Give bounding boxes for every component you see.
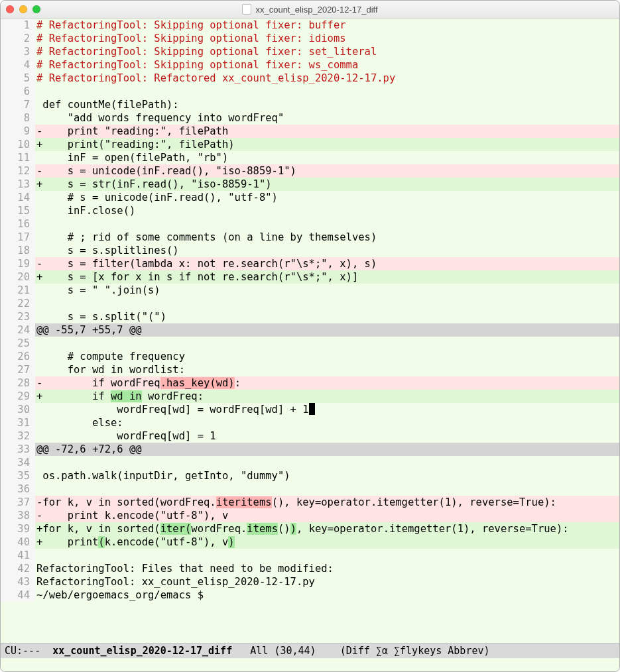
zoom-icon[interactable]: [32, 5, 40, 13]
code-text: +for k, v in sorted(iter(wordFreq.items(…: [35, 522, 619, 535]
code-line: 16: [1, 217, 619, 231]
code-text: - s = filter(lambda x: not re.search(r"\…: [35, 257, 619, 270]
code-line: 40+ print(k.encode("utf-8"), v): [1, 535, 619, 549]
code-line: 42RefactoringTool: Files that need to be…: [1, 562, 619, 575]
code-line: 4# RefactoringTool: Skipping optional fi…: [1, 58, 619, 72]
code-line: 30 wordFreq[wd] = wordFreq[wd] + 1: [1, 403, 619, 416]
code-text: # compute frequency: [35, 350, 619, 363]
code-text: - print "reading:", filePath: [35, 125, 619, 138]
code-line: 5# RefactoringTool: Refactored xx_count_…: [1, 72, 619, 85]
titlebar: xx_count_elisp_2020-12-17_diff: [1, 1, 619, 19]
text-cursor: [309, 403, 315, 415]
code-text: + print(k.encode("utf-8"), v): [35, 535, 619, 549]
line-number: 31: [1, 416, 35, 429]
code-line: 39+for k, v in sorted(iter(wordFreq.item…: [1, 522, 619, 535]
code-line: 41: [1, 549, 619, 562]
code-text: RefactoringTool: xx_count_elisp_2020-12-…: [35, 575, 619, 588]
code-line: 8 "add words frequency into wordFreq": [1, 111, 619, 125]
line-number: 8: [1, 111, 35, 125]
code-text: inF = open(filePath, "rb"): [35, 151, 619, 164]
editor-window: xx_count_elisp_2020-12-17_diff 1# Refact…: [0, 0, 620, 672]
line-number: 17: [1, 231, 35, 244]
code-line: 33@@ -72,6 +72,6 @@: [1, 443, 619, 456]
line-number: 38: [1, 509, 35, 522]
line-number: 9: [1, 125, 35, 138]
line-number: 10: [1, 138, 35, 151]
code-line: 25: [1, 337, 619, 350]
code-line: 31 else:: [1, 416, 619, 429]
line-number: 14: [1, 191, 35, 204]
line-number: 36: [1, 482, 35, 496]
modeline: CU:--- xx_count_elisp_2020-12-17_diff Al…: [1, 643, 619, 658]
modeline-status: CU:---: [5, 645, 52, 657]
code-line: 43RefactoringTool: xx_count_elisp_2020-1…: [1, 575, 619, 588]
code-line: 13+ s = str(inF.read(), "iso-8859-1"): [1, 178, 619, 191]
code-text: @@ -72,6 +72,6 @@: [35, 443, 619, 456]
code-line: 23 s = s.split("("): [1, 310, 619, 323]
line-number: 13: [1, 178, 35, 191]
code-text: # RefactoringTool: Skipping optional fix…: [35, 45, 619, 58]
code-text: # ; rid of some comments (on a line by t…: [35, 231, 619, 244]
code-text: -for k, v in sorted(wordFreq.iteritems()…: [35, 496, 619, 509]
line-number: 4: [1, 58, 35, 72]
code-line: 22: [1, 297, 619, 310]
line-number: 11: [1, 151, 35, 164]
text-buffer[interactable]: 1# RefactoringTool: Skipping optional fi…: [1, 19, 619, 643]
line-number: 21: [1, 284, 35, 297]
code-line: 14 # s = unicode(inF.read(), "utf-8"): [1, 191, 619, 204]
line-number: 26: [1, 350, 35, 363]
code-line: 2# RefactoringTool: Skipping optional fi…: [1, 32, 619, 45]
code-text: [35, 217, 619, 231]
line-number: 35: [1, 469, 35, 482]
code-line: 17 # ; rid of some comments (on a line b…: [1, 231, 619, 244]
code-line: 18 s = s.splitlines(): [1, 244, 619, 257]
line-number: 7: [1, 98, 35, 111]
code-line: 7 def countMe(filePath):: [1, 98, 619, 111]
window-title-text: xx_count_elisp_2020-12-17_diff: [255, 5, 377, 15]
line-number: 34: [1, 456, 35, 469]
code-text: # RefactoringTool: Skipping optional fix…: [35, 19, 619, 32]
code-line: 29+ if wd in wordFreq:: [1, 390, 619, 403]
code-line: 12- s = unicode(inF.read(), "iso-8859-1"…: [1, 164, 619, 178]
line-number: 40: [1, 535, 35, 549]
code-text: wordFreq[wd] = 1: [35, 429, 619, 443]
line-number: 2: [1, 32, 35, 45]
line-number: 3: [1, 45, 35, 58]
code-text: + s = str(inF.read(), "iso-8859-1"): [35, 178, 619, 191]
line-number: 27: [1, 363, 35, 376]
code-text: - s = unicode(inF.read(), "iso-8859-1"): [35, 164, 619, 178]
line-number: 29: [1, 390, 35, 403]
code-line: 36: [1, 482, 619, 496]
code-text: inF.close(): [35, 204, 619, 217]
code-text: [35, 85, 619, 98]
line-number: 15: [1, 204, 35, 217]
code-text: for wd in wordlist:: [35, 363, 619, 376]
code-text: ~/web/ergoemacs_org/emacs $: [35, 588, 619, 602]
line-number: 44: [1, 588, 35, 602]
modeline-modes: (Diff ∑α ∑flykeys Abbrev): [340, 645, 490, 657]
close-icon[interactable]: [6, 5, 14, 13]
line-number: 42: [1, 562, 35, 575]
line-number: 41: [1, 549, 35, 562]
code-text: [35, 549, 619, 562]
code-line: 24@@ -55,7 +55,7 @@: [1, 323, 619, 337]
code-text: s = s.splitlines(): [35, 244, 619, 257]
code-text: s = " ".join(s): [35, 284, 619, 297]
minibuffer[interactable]: [1, 658, 619, 671]
line-number: 18: [1, 244, 35, 257]
minimize-icon[interactable]: [19, 5, 27, 13]
code-text: @@ -55,7 +55,7 @@: [35, 323, 619, 337]
modeline-buffer-name: xx_count_elisp_2020-12-17_diff: [52, 645, 232, 657]
code-line: 20+ s = [x for x in s if not re.search(r…: [1, 270, 619, 284]
code-text: + if wd in wordFreq:: [35, 390, 619, 403]
code-text: # s = unicode(inF.read(), "utf-8"): [35, 191, 619, 204]
code-line: 10+ print("reading:", filePath): [1, 138, 619, 151]
code-text: def countMe(filePath):: [35, 98, 619, 111]
code-line: 6: [1, 85, 619, 98]
code-text: + s = [x for x in s if not re.search(r"\…: [35, 270, 619, 284]
line-number: 28: [1, 376, 35, 390]
code-line: 1# RefactoringTool: Skipping optional fi…: [1, 19, 619, 32]
code-line: 11 inF = open(filePath, "rb"): [1, 151, 619, 164]
line-number: 19: [1, 257, 35, 270]
code-line: 32 wordFreq[wd] = 1: [1, 429, 619, 443]
